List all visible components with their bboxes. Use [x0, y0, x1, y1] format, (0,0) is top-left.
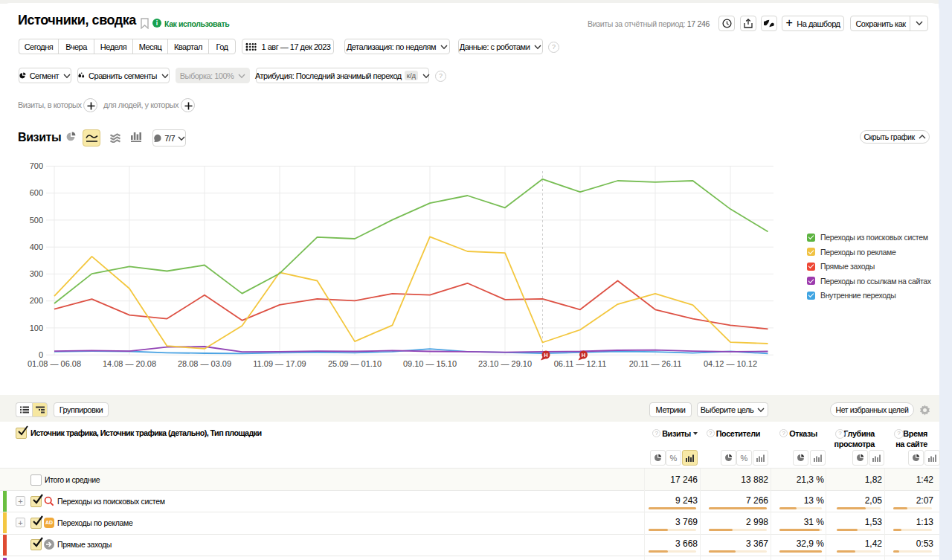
svg-text:09.10 — 15.10: 09.10 — 15.10	[403, 359, 457, 368]
svg-text:11.09 — 17.09: 11.09 — 17.09	[253, 359, 306, 368]
svg-text:20.11 — 26.11: 20.11 — 26.11	[629, 359, 682, 368]
svg-text:200: 200	[30, 296, 43, 305]
svg-text:Н: Н	[544, 352, 547, 358]
svg-text:0: 0	[39, 350, 43, 359]
svg-text:01.08 — 06.08: 01.08 — 06.08	[28, 359, 81, 368]
svg-text:04.12 — 10.12: 04.12 — 10.12	[704, 359, 757, 368]
svg-text:500: 500	[30, 216, 43, 225]
svg-text:23.10 — 29.10: 23.10 — 29.10	[478, 359, 532, 368]
svg-text:600: 600	[30, 188, 43, 197]
svg-text:100: 100	[30, 324, 43, 332]
svg-text:300: 300	[30, 269, 43, 278]
svg-text:28.08 — 03.09: 28.08 — 03.09	[178, 359, 231, 368]
svg-text:700: 700	[30, 161, 43, 170]
svg-text:14.08 — 20.08: 14.08 — 20.08	[103, 359, 156, 368]
svg-text:25.09 — 01.10: 25.09 — 01.10	[328, 359, 382, 368]
svg-text:06.11 — 12.11: 06.11 — 12.11	[554, 359, 607, 368]
svg-text:400: 400	[30, 242, 43, 251]
svg-text:Н: Н	[582, 352, 585, 358]
